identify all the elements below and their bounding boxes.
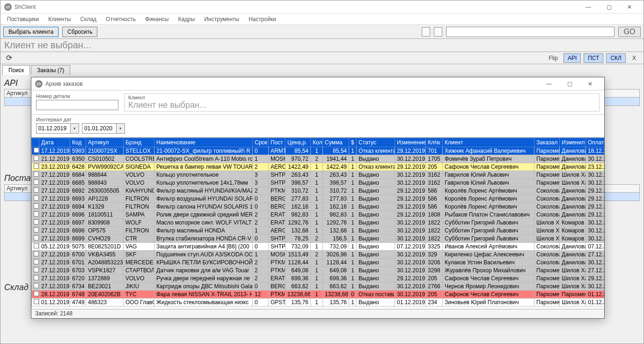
grid-col-13[interactable]: Изменение	[395, 138, 426, 147]
grid-col-7[interactable]: Пост	[269, 138, 285, 147]
table-row[interactable]: 27.12.2019669618100511SAMPAРолик двери с…	[32, 211, 605, 219]
grid-col-8[interactable]: Цена,р.	[285, 138, 311, 147]
menu-reports[interactable]: Отчетность	[101, 14, 140, 24]
menu-settings[interactable]: Настройки	[244, 14, 281, 24]
menu-tools[interactable]: Инструменты	[199, 14, 244, 24]
minimize-button[interactable]: —	[578, 0, 599, 14]
dialog-minimize-button[interactable]: —	[539, 77, 559, 90]
badge-skl[interactable]: СКЛ	[606, 53, 626, 63]
part-number-input[interactable]	[36, 100, 118, 110]
cell: 30.12.2019	[586, 219, 605, 227]
grid-col-2[interactable]: Код	[70, 138, 86, 147]
row-checkbox[interactable]	[32, 275, 39, 283]
row-checkbox[interactable]	[32, 251, 39, 259]
date-from-input[interactable]	[36, 123, 71, 134]
dialog-close-button[interactable]: ✕	[580, 77, 600, 90]
table-row[interactable]: 27.12.20196685988843VOLVOКольцо уплотнит…	[32, 179, 605, 187]
grid-col-4[interactable]: Брэнд	[124, 138, 154, 147]
select-client-button[interactable]: Выбрать клиента	[3, 27, 59, 37]
grid-col-3[interactable]: Артикул	[86, 138, 124, 147]
grid-col-0[interactable]	[32, 138, 39, 147]
grid-col-16[interactable]: Заказал	[534, 138, 560, 147]
grid-col-9[interactable]: Кол	[311, 138, 323, 147]
date-from-dropdown-icon[interactable]: ▾	[71, 123, 79, 134]
badge-pst[interactable]: ПСТ	[584, 53, 603, 63]
date-to-input[interactable]	[82, 123, 117, 134]
row-checkbox[interactable]	[32, 243, 39, 251]
grid-col-15[interactable]: Клиент	[443, 138, 534, 147]
table-row[interactable]: 27.12.20196703VSPK1827СТАРТВОЛЬТДатчик п…	[32, 267, 605, 275]
table-row[interactable]: 27.12.20196700VKBA3455SKFПодшипник ступ.…	[32, 251, 605, 259]
row-checkbox[interactable]	[32, 195, 39, 203]
search-input[interactable]	[446, 27, 615, 37]
close-button[interactable]: ✕	[619, 0, 640, 14]
table-row[interactable]: 27.12.20196698OP575FILTRONФильтр масляны…	[32, 227, 605, 235]
row-checkbox[interactable]	[32, 179, 39, 187]
badge-api[interactable]: API	[564, 53, 581, 63]
menu-suppliers[interactable]: Поставщики	[2, 14, 44, 24]
toggle-box-1[interactable]	[422, 27, 430, 37]
table-row[interactable]: 27.12.20196699CVHO29CTRВтулка стабилизат…	[32, 235, 605, 243]
row-checkbox[interactable]	[32, 155, 39, 163]
table-row[interactable]: 27.12.20196684988844VOLVOКольцо уплотнит…	[32, 171, 605, 179]
menu-hr[interactable]: Кадры	[173, 14, 199, 24]
cell: SIGNEDA	[124, 163, 154, 171]
row-checkbox[interactable]	[32, 219, 39, 227]
table-row[interactable]: 28.12.2019674820E402062BTYCФара левая NI…	[32, 291, 605, 299]
row-checkbox[interactable]	[32, 227, 39, 235]
reset-button[interactable]: Сбросить	[62, 27, 97, 37]
date-interval-row: Иннтервал дат ▾ ▾	[31, 115, 604, 137]
grid-col-10[interactable]: Сумма	[323, 138, 349, 147]
grid-col-14[interactable]: Кл№	[426, 138, 443, 147]
table-row[interactable]: 27.12.20196693AP1228FILTRONФильтр воздуш…	[32, 195, 605, 203]
row-checkbox[interactable]	[32, 283, 39, 291]
table-row[interactable]: 21.12.20196350CS010502COOLSTREAMАнтифриз…	[32, 155, 605, 163]
tab-search[interactable]: Поиск	[2, 65, 30, 75]
row-checkbox[interactable]	[32, 147, 39, 155]
menu-warehouse[interactable]: Склад	[75, 14, 101, 24]
refresh-icon[interactable]: ⟳	[4, 53, 14, 63]
grid-col-12[interactable]: Статус	[357, 138, 395, 147]
grid-col-18[interactable]: Оплата	[586, 138, 605, 147]
grid-container[interactable]: ДатаКодАртикулБрэндНаименованиеСрокПостЦ…	[31, 137, 604, 309]
row-checkbox[interactable]	[32, 171, 39, 179]
table-row[interactable]: 27.12.20196701A2048853223399MERCEDES-BКР…	[32, 259, 605, 267]
cell: 27.12.2019	[586, 251, 605, 259]
table-row[interactable]: 27.12.201967201372889VOLVOРучка двери пе…	[32, 275, 605, 283]
table-row[interactable]: 27.12.20196734BE23021JIKIUКартридж опоры…	[32, 283, 605, 291]
maximize-button[interactable]: ▢	[599, 0, 619, 14]
row-checkbox[interactable]	[32, 211, 39, 219]
x-button[interactable]: X	[629, 54, 640, 62]
cell: 27.12.2019	[586, 267, 605, 275]
menu-clients[interactable]: Клиенты	[44, 14, 75, 24]
grid-col-5[interactable]: Наименование	[154, 138, 253, 147]
table-row[interactable]: 23.12.20196428PVW99092CALSIGNEDAРешетка …	[32, 163, 605, 171]
grid-col-17[interactable]: Изменил	[560, 138, 586, 147]
row-checkbox[interactable]	[32, 259, 39, 267]
table-row[interactable]: 27.12.201966978309908WOLFМасло моторное …	[32, 219, 605, 227]
go-button[interactable]: GO	[618, 27, 641, 37]
toggle-box-2[interactable]	[434, 27, 442, 37]
table-row[interactable]: 17.12.201959832100072SXSTELLOX21-00072-S…	[32, 147, 605, 155]
row-checkbox[interactable]	[32, 291, 39, 299]
table-row[interactable]: 27.12.20196694K1329FILTRONФильтр салона …	[32, 203, 605, 211]
row-checkbox[interactable]	[32, 267, 39, 275]
cell: 701	[426, 147, 443, 155]
menu-finance[interactable]: Финансы	[140, 14, 173, 24]
grid-col-6[interactable]: Срок	[253, 138, 269, 147]
row-checkbox[interactable]	[32, 187, 39, 195]
grid-col-1[interactable]: Дата	[39, 138, 70, 147]
table-row[interactable]: 01.12.20194749486323ООО ГлавОпЖидкость с…	[32, 299, 605, 307]
row-checkbox[interactable]	[32, 163, 39, 171]
row-checkbox[interactable]	[32, 235, 39, 243]
cell: 4749	[70, 299, 86, 307]
table-row[interactable]: 27.12.201966922630035505KIA/HYUNDAФильтр…	[32, 187, 605, 195]
tab-orders[interactable]: Заказы (7)	[31, 65, 70, 75]
row-checkbox[interactable]	[32, 203, 39, 211]
date-to-dropdown-icon[interactable]: ▾	[117, 123, 125, 134]
grid-col-11[interactable]: $	[349, 138, 357, 147]
row-checkbox[interactable]	[32, 299, 39, 307]
flip-label[interactable]: Flip	[549, 55, 558, 61]
table-row[interactable]: 05.12.201950758E0825201DVAGЗащита антигр…	[32, 243, 605, 251]
dialog-maximize-button[interactable]: ▢	[559, 77, 580, 90]
